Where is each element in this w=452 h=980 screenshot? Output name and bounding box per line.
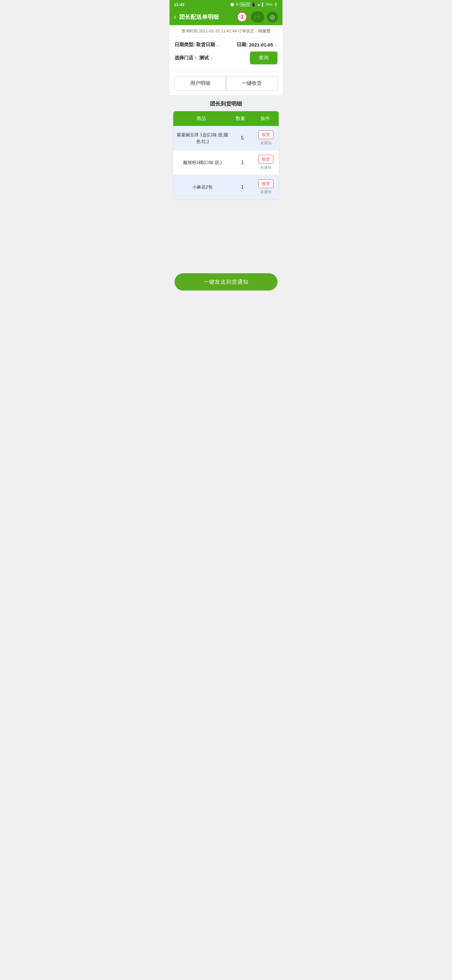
query-button[interactable]: 查询 (250, 51, 278, 64)
store-value: 测试 (199, 55, 209, 61)
cell-quantity-2: 1 (232, 185, 253, 190)
nfc-icon: N (236, 2, 239, 6)
store-label: 选择门店： (174, 55, 198, 61)
wifi-icon: ▲ (257, 3, 260, 6)
query-time-label: 查询时间:2021-01-22 11:42:49 订单状态： (181, 29, 259, 33)
cell-quantity-0: 5 (232, 135, 253, 141)
status-icons: 🕐 N VoLTE 📳 ▲ ▌ 76% 🔋 (230, 2, 278, 6)
store-selector[interactable]: 选择门店： 测试 ⌄ (174, 55, 213, 61)
table-header-product: 商品 (173, 116, 230, 122)
send-notify-button[interactable]: 一键发送到货通知 (174, 273, 278, 291)
receive-button-2[interactable]: 收货 (259, 179, 273, 188)
date-type-selector[interactable]: 日期类型: 取货日期 ⌄ (174, 42, 219, 48)
cell-quantity-1: 1 (232, 160, 253, 165)
camera-icon: ◎ (270, 14, 275, 21)
notified-label-0: 未通知 (260, 140, 271, 146)
receive-button-1[interactable]: 收货 (259, 155, 273, 164)
action-buttons-area: 用户明细 一键收货 (170, 71, 282, 95)
date-type-value: 取货日期 (196, 42, 215, 48)
cell-action-1: 收货 未通知 (253, 155, 279, 170)
chevron-down-icon: ⌄ (216, 43, 219, 47)
more-options-button[interactable]: ··· (251, 11, 264, 22)
date-value: 2021-01-05 (249, 42, 273, 48)
table-header-action: 操作 (252, 116, 279, 122)
table-row: 小麻花2包 1 收货 未通知 (173, 175, 279, 199)
cell-product-2: 小麻花2包 (173, 184, 232, 190)
battery-text: 76% (266, 3, 273, 6)
query-info-bar: 查询时间:2021-01-22 11:42:49 订单状态：待发货 (170, 25, 282, 37)
status-bar: 11:43 🕐 N VoLTE 📳 ▲ ▌ 76% 🔋 (170, 0, 282, 9)
header-actions: ··· ◎ (251, 11, 278, 22)
delivery-detail-table: 商品 数量 操作 紫薯豌豆球 1盒(口味:甜;颜色:红;) 5 收货 未通知 酸… (173, 111, 279, 199)
table-header-quantity: 数量 (230, 116, 252, 122)
cell-action-0: 收货 未通知 (253, 130, 279, 146)
notified-label-1: 未通知 (260, 165, 271, 170)
vibrate-icon: 📳 (251, 3, 256, 6)
user-detail-button[interactable]: 用户明细 (174, 76, 226, 91)
table-body: 紫薯豌豆球 1盒(口味:甜;颜色:红;) 5 收货 未通知 酸辣粉1桶(口味:甜… (173, 126, 279, 199)
date-selector[interactable]: 日期: 2021-01-05 ⌄ (237, 42, 278, 48)
filter-row-date-type: 日期类型: 取货日期 ⌄ 日期: 2021-01-05 ⌄ (174, 42, 278, 48)
chevron-down-date-icon: ⌄ (274, 43, 278, 47)
notification-badge: 3 (237, 12, 247, 22)
one-click-receive-button[interactable]: 一键收货 (226, 76, 278, 91)
battery-icon: 🔋 (274, 3, 278, 6)
date-type-label: 日期类型: (174, 42, 195, 48)
receive-button-0[interactable]: 收货 (259, 130, 273, 139)
table-row: 酸辣粉1桶(口味:甜;) 1 收货 未通知 (173, 150, 279, 175)
signal-icon: ▌ (262, 3, 264, 6)
date-label: 日期: (237, 42, 247, 48)
table-row: 紫薯豌豆球 1盒(口味:甜;颜色:红;) 5 收货 未通知 (173, 126, 279, 150)
cell-action-2: 收货 未通知 (253, 179, 279, 195)
cell-product-0: 紫薯豌豆球 1盒(口味:甜;颜色:红;) (173, 132, 232, 145)
page-title: 团长配送单明细 (179, 13, 237, 21)
chevron-down-store-icon: ⌄ (210, 56, 213, 60)
table-header: 商品 数量 操作 (173, 111, 279, 126)
filter-row-store: 选择门店： 测试 ⌄ 查询 (174, 51, 278, 64)
filter-area: 日期类型: 取货日期 ⌄ 日期: 2021-01-05 ⌄ 选择门店： 测试 ⌄… (170, 37, 282, 71)
bottom-action-area: 一键发送到货通知 (170, 267, 282, 297)
section-title: 团长到货明细 (170, 95, 282, 111)
status-time: 11:43 (174, 2, 184, 7)
order-status: 待发货 (259, 29, 271, 33)
back-button[interactable]: ‹ (174, 14, 176, 21)
volte-badge: VoLTE (240, 3, 250, 6)
camera-button[interactable]: ◎ (267, 11, 278, 22)
page-spacer (170, 204, 282, 267)
notified-label-2: 未通知 (260, 189, 271, 195)
cell-product-1: 酸辣粉1桶(口味:甜;) (173, 159, 232, 166)
header: ‹ 团长配送单明细 3 ··· ◎ (170, 9, 282, 25)
alarm-icon: 🕐 (230, 3, 235, 6)
